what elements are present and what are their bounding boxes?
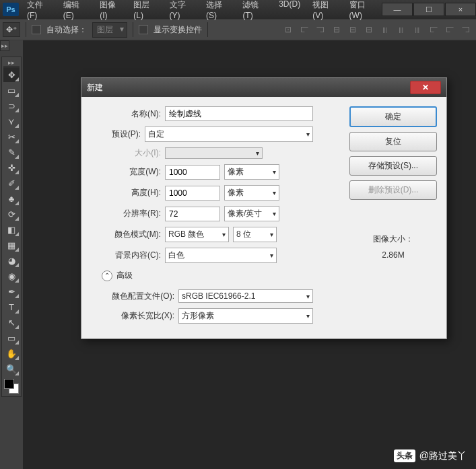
watermark-logo: 头条 <box>394 449 415 462</box>
clone-stamp-tool[interactable]: ♣ <box>3 191 20 206</box>
menu-window[interactable]: 窗口(W) <box>344 0 381 23</box>
lasso-tool[interactable]: ⊃ <box>3 98 20 113</box>
distribute-icon: ⫼ <box>378 23 393 36</box>
dialog-title: 新建 <box>87 82 103 94</box>
healing-brush-tool[interactable]: ✜ <box>3 160 20 175</box>
tools-panel: ▸▸ ✥ ▭ ⊃ ⋎ ✂ ✎ ✜ ✐ ♣ ⟳ ◧ ▦ ◕ ◉ ✒ T ↖ ▭ ✋… <box>1 57 22 397</box>
color-swatch[interactable] <box>4 379 19 394</box>
name-label: 名称(N): <box>91 108 165 120</box>
distribute-icon: ⫎ <box>458 23 473 36</box>
eraser-tool[interactable]: ◧ <box>3 222 20 237</box>
height-input[interactable] <box>165 186 220 201</box>
align-icon: ⊟ <box>329 23 344 36</box>
menu-type[interactable]: 文字(Y) <box>164 0 199 23</box>
auto-select-checkbox[interactable] <box>32 25 41 34</box>
height-label: 高度(H): <box>91 187 165 199</box>
brush-tool[interactable]: ✐ <box>3 176 20 190</box>
move-tool-icon[interactable]: ✥⁺ <box>3 22 20 37</box>
divider <box>207 22 208 37</box>
divider <box>26 22 26 37</box>
show-transform-checkbox[interactable] <box>139 25 148 34</box>
menu-image[interactable]: 图像(I) <box>94 0 127 23</box>
hand-tool[interactable]: ✋ <box>3 346 20 361</box>
menu-view[interactable]: 视图(V) <box>307 0 342 23</box>
bg-content-select[interactable]: 白色▾ <box>165 248 277 263</box>
advanced-toggle-icon[interactable]: ⌃ <box>102 270 112 281</box>
new-document-dialog: 新建 ✕ 名称(N): 预设(P): 自定▾ 大小(I): ▾ 宽度(W): 像… <box>81 77 447 339</box>
watermark: 头条 @路过美丫 <box>394 449 467 462</box>
foreground-color[interactable] <box>4 379 14 389</box>
align-icon: ⫎ <box>313 23 328 36</box>
menu-filter[interactable]: 滤镜(T) <box>237 0 272 23</box>
magic-wand-tool[interactable]: ⋎ <box>3 114 20 129</box>
window-controls: — ☐ × <box>381 3 476 16</box>
path-select-tool[interactable]: ↖ <box>3 315 20 330</box>
distribute-icon: ⫍ <box>426 23 441 36</box>
main-menu: 文件(F) 编辑(E) 图像(I) 图层(L) 文字(Y) 选择(S) 滤镜(T… <box>22 0 381 23</box>
resolution-unit-select[interactable]: 像素/英寸▾ <box>224 206 279 221</box>
save-preset-button[interactable]: 存储预设(S)... <box>349 156 437 176</box>
color-profile-select[interactable]: sRGB IEC61966-2.1▾ <box>178 289 313 303</box>
align-icon: ⊟ <box>362 23 376 36</box>
distribute-icon: ⫼ <box>394 23 409 36</box>
close-button[interactable]: × <box>445 3 476 16</box>
show-transform-label: 显示变换控件 <box>154 24 202 36</box>
width-label: 宽度(W): <box>91 166 165 178</box>
align-icon: ⊟ <box>345 23 360 36</box>
preset-select[interactable]: 自定▾ <box>145 127 313 142</box>
height-unit-select[interactable]: 像素▾ <box>224 185 279 201</box>
bit-depth-select[interactable]: 8 位▾ <box>233 227 277 242</box>
divider <box>133 22 133 37</box>
align-icon: ⊡ <box>281 23 296 36</box>
width-unit-select[interactable]: 像素▾ <box>224 164 279 180</box>
zoom-tool[interactable]: 🔍 <box>3 361 20 376</box>
gradient-tool[interactable]: ▦ <box>3 238 20 252</box>
distribute-icon: ⫍ <box>442 23 457 36</box>
tools-collapse-icon[interactable]: ▸▸ <box>3 59 20 67</box>
dialog-close-button[interactable]: ✕ <box>410 81 441 94</box>
pen-tool[interactable]: ✒ <box>3 284 20 299</box>
dialog-titlebar[interactable]: 新建 ✕ <box>81 78 446 97</box>
preset-label: 预设(P): <box>91 129 145 140</box>
bg-content-label: 背景内容(C): <box>91 250 165 261</box>
minimize-button[interactable]: — <box>382 3 413 16</box>
resolution-input[interactable] <box>165 207 220 221</box>
history-brush-tool[interactable]: ⟳ <box>3 207 20 221</box>
color-mode-select[interactable]: RGB 颜色▾ <box>165 227 229 242</box>
app-titlebar: Ps 文件(F) 编辑(E) 图像(I) 图层(L) 文字(Y) 选择(S) 滤… <box>0 0 476 19</box>
menu-select[interactable]: 选择(S) <box>201 0 236 23</box>
name-input[interactable] <box>165 106 313 121</box>
color-profile-label: 颜色配置文件(O): <box>91 291 178 302</box>
layer-select-dropdown[interactable]: 图层 <box>92 22 127 38</box>
marquee-tool[interactable]: ▭ <box>3 83 20 98</box>
watermark-text: @路过美丫 <box>419 450 467 462</box>
image-size-value: 2.86M <box>349 250 437 260</box>
menu-layer[interactable]: 图层(L) <box>128 0 162 23</box>
size-label: 大小(I): <box>91 147 165 159</box>
blur-tool[interactable]: ◕ <box>3 253 20 268</box>
app-logo: Ps <box>3 3 19 16</box>
distribute-icon: ⫼ <box>410 23 425 36</box>
auto-select-label: 自动选择： <box>46 24 87 36</box>
eyedropper-tool[interactable]: ✎ <box>3 145 20 159</box>
size-select: ▾ <box>165 147 263 159</box>
expand-tab-icon[interactable]: ▸▸ <box>0 40 9 51</box>
maximize-button[interactable]: ☐ <box>413 3 444 16</box>
reset-button[interactable]: 复位 <box>349 132 437 151</box>
shape-tool[interactable]: ▭ <box>3 330 20 345</box>
resolution-label: 分辨率(R): <box>91 208 165 219</box>
pixel-aspect-label: 像素长宽比(X): <box>91 310 178 322</box>
image-size-label: 图像大小： <box>349 233 437 245</box>
align-icon: ⫍ <box>297 23 312 36</box>
advanced-label: 高级 <box>116 270 133 281</box>
menu-edit[interactable]: 编辑(E) <box>58 0 93 23</box>
pixel-aspect-select[interactable]: 方形像素▾ <box>178 308 313 324</box>
type-tool[interactable]: T <box>3 299 20 314</box>
dodge-tool[interactable]: ◉ <box>3 268 20 283</box>
width-input[interactable] <box>165 165 220 180</box>
move-tool[interactable]: ✥ <box>3 67 20 82</box>
menu-file[interactable]: 文件(F) <box>22 0 57 23</box>
ok-button[interactable]: 确定 <box>349 106 437 127</box>
crop-tool[interactable]: ✂ <box>3 129 20 144</box>
menu-3d[interactable]: 3D(D) <box>273 0 306 23</box>
